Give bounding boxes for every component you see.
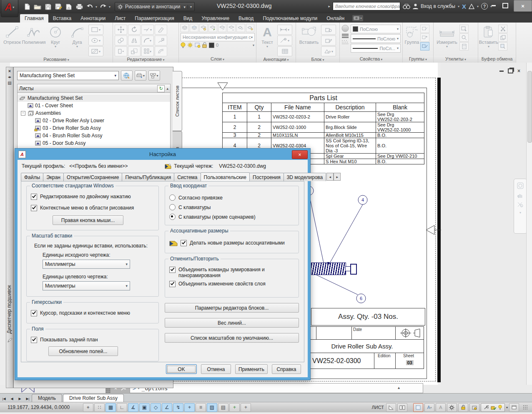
rotate-icon[interactable] xyxy=(128,25,141,35)
offset-icon[interactable] xyxy=(155,46,167,56)
layer-sun-icon[interactable] xyxy=(195,43,201,48)
chevron-down-icon[interactable]: ▾ xyxy=(477,5,479,8)
doc-minimize-button[interactable] xyxy=(499,71,504,72)
zoom-extents-icon[interactable] xyxy=(517,202,524,207)
sheet-selections-button[interactable]: ▾ xyxy=(148,71,160,81)
ribbon-tab-output[interactable]: Вывод xyxy=(234,14,258,23)
ribbon-tab-annotate[interactable]: Аннотации xyxy=(76,14,110,23)
polar-toggle[interactable]: ∡ xyxy=(128,403,138,412)
layer-lock-icon[interactable] xyxy=(227,24,236,32)
collapse-icon[interactable]: ▴ xyxy=(166,86,168,91)
ellipse-tool[interactable]: ▾ xyxy=(88,35,103,45)
search-input[interactable]: Введите ключевое слово/фразу xyxy=(333,2,400,10)
annotation-monitor-toggle[interactable]: + xyxy=(241,403,251,412)
transparency-toggle[interactable]: ▨ xyxy=(207,403,217,412)
grid-toggle[interactable]: ∷ xyxy=(94,403,105,412)
sun-icon[interactable] xyxy=(187,42,193,48)
tab-drafting[interactable]: Построения xyxy=(249,173,284,181)
search-binoculars-icon[interactable] xyxy=(403,3,410,9)
steering-wheel-icon[interactable] xyxy=(517,182,524,189)
tray-wrench-icon[interactable] xyxy=(484,405,489,410)
line-tool[interactable]: Отрезок xyxy=(2,24,23,56)
help-button[interactable]: Справка xyxy=(272,364,301,374)
panel-label-utilities[interactable]: Утилиты xyxy=(434,56,478,63)
doc-restore-button[interactable] xyxy=(508,68,513,73)
dialog-close-button[interactable]: × xyxy=(292,150,308,159)
tab-sheet-list[interactable]: Список листов xyxy=(173,71,182,131)
quick-properties-toggle[interactable]: ▤ xyxy=(218,403,228,412)
quick-select-icon[interactable] xyxy=(459,25,469,33)
tray-update-icon[interactable] xyxy=(491,405,496,410)
layer-prev-icon[interactable] xyxy=(246,24,254,32)
tab-scroll-left-icon[interactable]: ◂ xyxy=(326,173,334,181)
tree-item-root[interactable]: Manufacturing Sheet Set xyxy=(18,94,170,102)
stretch-icon[interactable] xyxy=(115,46,127,56)
osnap-toggle[interactable]: ▣ xyxy=(139,403,150,412)
ribbon-tab-plugins[interactable]: Подключаемые модули xyxy=(258,14,322,23)
mirror-icon[interactable] xyxy=(128,35,141,45)
workspace-gear-icon[interactable] xyxy=(447,403,457,412)
last-layout-icon[interactable]: ▶| xyxy=(24,395,32,402)
undo-caret-icon[interactable]: ▾ xyxy=(95,5,97,9)
collapse-minus-icon[interactable]: − xyxy=(21,111,25,116)
field-update-button[interactable]: Обновление полей... xyxy=(48,346,118,356)
linetype-icon[interactable] xyxy=(341,40,349,45)
quick-view-drawings-icon[interactable] xyxy=(397,403,407,412)
tab-model[interactable]: Модель xyxy=(32,394,62,402)
save-icon[interactable] xyxy=(43,3,53,11)
table-tool[interactable] xyxy=(277,46,292,56)
tray-bulb-icon[interactable] xyxy=(498,405,502,410)
autoscale-icon[interactable]: A xyxy=(436,403,446,412)
measure-tool[interactable]: Измерить ▾ xyxy=(435,24,459,56)
radio-keyboard-except-scripts[interactable]: С клавиатуры (кроме сценариев) xyxy=(169,214,294,220)
print-icon[interactable] xyxy=(75,3,84,11)
chevron-down-icon[interactable]: ▾ xyxy=(519,211,521,215)
ribbon-tab-insert[interactable]: Вставка xyxy=(48,14,76,23)
tab-layout-active[interactable]: Drive Roller Sub Assy xyxy=(63,394,124,402)
right-click-button[interactable]: Правая кнопка мыши... xyxy=(53,215,123,225)
layer-match-icon[interactable] xyxy=(236,24,245,32)
quick-view-layouts-icon[interactable] xyxy=(386,403,396,412)
tab-user-preferences[interactable]: Пользовательские xyxy=(201,172,250,181)
toolbar-lock-icon[interactable] xyxy=(458,403,468,412)
unlock-icon[interactable] xyxy=(202,42,207,48)
layer-state-icon[interactable] xyxy=(190,24,198,32)
tab-scroll-right-icon[interactable]: ▸ xyxy=(334,173,341,181)
maximize-button[interactable] xyxy=(499,0,511,11)
default-scale-list-button[interactable]: Список масштабов по умолчанию... xyxy=(165,333,299,343)
fillet-icon[interactable]: ▾ xyxy=(141,35,154,45)
radio-icon[interactable] xyxy=(169,204,176,210)
new-file-icon[interactable] xyxy=(23,3,32,11)
palette-properties-icon[interactable]: ▤ xyxy=(8,81,11,85)
ribbon-tab-view[interactable]: Вид xyxy=(179,14,197,23)
minimize-button[interactable] xyxy=(488,0,499,11)
snap-toggle[interactable]: ⌖ xyxy=(83,403,93,412)
publish-button[interactable]: ▾ xyxy=(135,71,146,81)
checkbox-hyperlink-cursor[interactable]: Курсор, подсказки и контекстное меню xyxy=(31,310,154,316)
tree-item-05[interactable]: 05 - Door Sub Assy xyxy=(18,139,170,147)
ortho-toggle[interactable]: ∟ xyxy=(117,403,127,412)
tab-files[interactable]: Файлы xyxy=(21,173,43,181)
osnap3d-toggle[interactable]: ◇ xyxy=(151,403,161,412)
cancel-button[interactable]: Отмена xyxy=(201,364,231,374)
id-point-icon[interactable] xyxy=(459,33,469,42)
checkbox-double-click[interactable]: Редактирование по двойному нажатию xyxy=(31,194,154,200)
checkbox-icon[interactable] xyxy=(31,337,37,343)
lineweight-icon[interactable] xyxy=(341,33,349,38)
tree-item-assemblies[interactable]: − Assemblies xyxy=(18,109,170,117)
selection-cycling-toggle[interactable]: + xyxy=(229,403,240,412)
apply-button[interactable]: Применить xyxy=(235,364,268,374)
layer-color-swatch[interactable] xyxy=(209,43,214,48)
color-dropdown[interactable]: ПоСлою▾ xyxy=(351,25,401,33)
doc-close-button[interactable]: × xyxy=(517,68,520,74)
tree-item-03-locked[interactable]: 03 - Drive Roller Sub Assy xyxy=(18,124,170,132)
paste-tool[interactable]: Вставить ▾ xyxy=(480,24,497,56)
trim-icon[interactable]: ▾ xyxy=(141,25,154,35)
tab-display[interactable]: Экран xyxy=(43,173,64,181)
lineweight-toggle[interactable]: ≡ xyxy=(196,403,206,412)
chevron-down-icon[interactable]: ▾ xyxy=(458,5,459,8)
panel-label-draw[interactable]: Рисование xyxy=(0,56,113,63)
refresh-icon[interactable]: ↻ xyxy=(157,85,165,92)
save-as-icon[interactable] xyxy=(54,3,63,11)
redo-caret-icon[interactable]: ▾ xyxy=(109,5,110,9)
